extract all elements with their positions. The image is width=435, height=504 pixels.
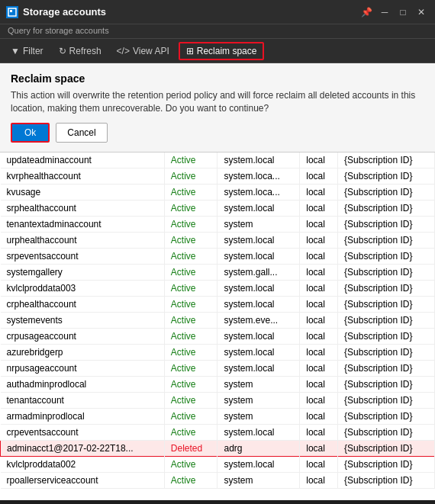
table-row[interactable]: kvlclproddata003 Active system.local loc…	[1, 280, 435, 296]
reclaim-dialog: Reclaim space This action will overwrite…	[0, 63, 435, 152]
cell-endpoint: system.local	[218, 152, 300, 169]
cell-endpoint: system.local	[218, 296, 300, 312]
cell-subscription: {Subscription ID}	[338, 200, 435, 216]
cell-subscription: {Subscription ID}	[338, 344, 435, 360]
table-row[interactable]: urphealthaccount Active system.local loc…	[1, 232, 435, 248]
main-content: Reclaim space This action will overwrite…	[0, 63, 435, 500]
cell-location: local	[300, 408, 338, 424]
table-row[interactable]: kvusage Active system.loca... local {Sub…	[1, 184, 435, 200]
cell-location: local	[300, 392, 338, 408]
table-row[interactable]: tenantaccount Active system local {Subsc…	[1, 392, 435, 408]
table-row[interactable]: systemgallery Active system.gall... loca…	[1, 264, 435, 280]
cell-status: Active	[164, 472, 218, 488]
close-button[interactable]: ✕	[414, 5, 429, 20]
dialog-title: Reclaim space	[11, 72, 424, 85]
table-row[interactable]: crphealthaccount Active system.local loc…	[1, 296, 435, 312]
refresh-icon: ↻	[59, 46, 66, 56]
window-title: Storage accounts	[23, 6, 106, 18]
cell-subscription: {Subscription ID}	[338, 360, 435, 376]
cell-location: local	[300, 280, 338, 296]
cell-subscription: {Subscription ID}	[338, 408, 435, 424]
cell-subscription: {Subscription ID}	[338, 152, 435, 169]
table-row[interactable]: crpeventsaccount Active system.local loc…	[1, 424, 435, 440]
cell-endpoint: system.local	[218, 328, 300, 344]
table-row[interactable]: authadminprodlocal Active system local {…	[1, 376, 435, 392]
cell-subscription: {Subscription ID}	[338, 424, 435, 440]
cell-status: Active	[164, 344, 218, 360]
cell-status: Active	[164, 264, 218, 280]
cell-location: local	[300, 440, 338, 456]
cell-status: Active	[164, 376, 218, 392]
maximize-button[interactable]: □	[395, 5, 411, 20]
ok-button[interactable]: Ok	[11, 123, 50, 143]
cell-subscription: {Subscription ID}	[338, 296, 435, 312]
cell-status: Active	[164, 296, 218, 312]
cell-endpoint: system.local	[218, 232, 300, 248]
cell-status: Active	[164, 232, 218, 248]
table-row[interactable]: azurebridgerp Active system.local local …	[1, 344, 435, 360]
cell-status: Active	[164, 312, 218, 328]
cell-name: srphealthaccount	[1, 200, 165, 216]
cell-subscription: {Subscription ID}	[338, 232, 435, 248]
cell-name: authadminprodlocal	[1, 376, 165, 392]
toolbar: ▼ Filter ↻ Refresh </> View API ⊞ Reclai…	[0, 39, 435, 63]
cell-endpoint: system.local	[218, 456, 300, 472]
cancel-button[interactable]: Cancel	[56, 123, 107, 143]
cell-subscription: {Subscription ID}	[338, 248, 435, 264]
table-row[interactable]: kvrphealthaccount Active system.loca... …	[1, 168, 435, 184]
cell-location: local	[300, 456, 338, 472]
dialog-buttons: Ok Cancel	[11, 123, 424, 143]
cell-subscription: {Subscription ID}	[338, 312, 435, 328]
cell-status: Active	[164, 216, 218, 232]
cell-endpoint: system.loca...	[218, 168, 300, 184]
pin-button[interactable]: 📌	[359, 5, 374, 20]
dialog-text: This action will overwrite the retention…	[11, 89, 424, 115]
table-row[interactable]: kvlclproddata002 Active system.local loc…	[1, 456, 435, 472]
cell-endpoint: system	[218, 472, 300, 488]
cell-subscription: {Subscription ID}	[338, 264, 435, 280]
cell-status: Active	[164, 152, 218, 169]
cell-name: rpoallerserviceaccount	[1, 472, 165, 488]
cell-endpoint: system	[218, 392, 300, 408]
table-row[interactable]: tenantextadminaccount Active system loca…	[1, 216, 435, 232]
cell-endpoint: system	[218, 376, 300, 392]
cell-location: local	[300, 216, 338, 232]
table-row[interactable]: srpeventsaccount Active system.local loc…	[1, 248, 435, 264]
cell-location: local	[300, 248, 338, 264]
cell-name: srpeventsaccount	[1, 248, 165, 264]
reclaim-space-button[interactable]: ⊞ Reclaim space	[179, 42, 265, 60]
cell-subscription: {Subscription ID}	[338, 168, 435, 184]
cell-location: local	[300, 232, 338, 248]
cell-status: Active	[164, 424, 218, 440]
storage-accounts-table: updateadminaccount Active system.local l…	[0, 152, 435, 489]
cell-location: local	[300, 152, 338, 169]
view-api-button[interactable]: </> View API	[111, 43, 176, 59]
cell-subscription: {Subscription ID}	[338, 216, 435, 232]
cell-endpoint: system.local	[218, 200, 300, 216]
cell-endpoint: system.loca...	[218, 184, 300, 200]
filter-button[interactable]: ▼ Filter	[5, 43, 50, 59]
refresh-label: Refresh	[69, 46, 102, 56]
table-row[interactable]: srphealthaccount Active system.local loc…	[1, 200, 435, 216]
cell-subscription: {Subscription ID}	[338, 392, 435, 408]
cell-subscription: {Subscription ID}	[338, 376, 435, 392]
table-row[interactable]: systemevents Active system.eve... local …	[1, 312, 435, 328]
cell-subscription: {Subscription ID}	[338, 472, 435, 488]
cell-name: tenantextadminaccount	[1, 216, 165, 232]
cell-location: local	[300, 296, 338, 312]
minimize-button[interactable]: ─	[377, 5, 392, 20]
table-row[interactable]: rpoallerserviceaccount Active system loc…	[1, 472, 435, 488]
table-row[interactable]: adminacct1@2017-02-22T18... Deleted adrg…	[1, 440, 435, 456]
cell-name: urphealthaccount	[1, 232, 165, 248]
cell-endpoint: system.local	[218, 360, 300, 376]
cell-location: local	[300, 472, 338, 488]
table-row[interactable]: nrpusageaccount Active system.local loca…	[1, 360, 435, 376]
table-row[interactable]: crpusageaccount Active system.local loca…	[1, 328, 435, 344]
table-row[interactable]: updateadminaccount Active system.local l…	[1, 152, 435, 169]
window-controls: 📌 ─ □ ✕	[359, 5, 429, 20]
cell-status: Active	[164, 184, 218, 200]
table-row[interactable]: armadminprodlocal Active system local {S…	[1, 408, 435, 424]
cell-name: updateadminaccount	[1, 152, 165, 169]
refresh-button[interactable]: ↻ Refresh	[53, 43, 108, 59]
cell-status: Active	[164, 168, 218, 184]
